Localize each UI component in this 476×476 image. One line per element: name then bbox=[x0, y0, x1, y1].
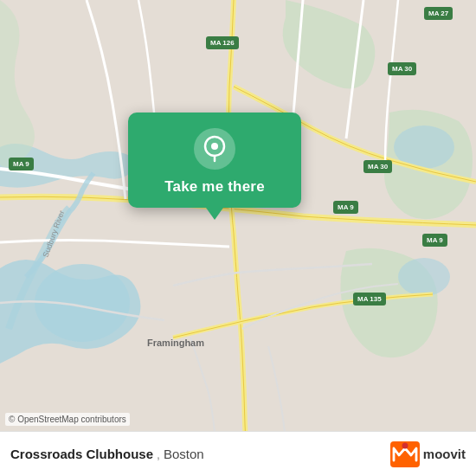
road-sign-ma135: MA 135 bbox=[353, 293, 386, 306]
svg-point-3 bbox=[398, 258, 450, 296]
map-container: Sudbury River Framingham MA 126 MA 27 MA… bbox=[0, 0, 476, 476]
svg-point-7 bbox=[211, 143, 218, 150]
place-city: Boston bbox=[164, 447, 204, 461]
road-sign-ma27: MA 27 bbox=[424, 7, 453, 20]
moovit-text: moovit bbox=[423, 447, 466, 461]
location-pin-icon bbox=[203, 135, 227, 163]
popup-label: Take me there bbox=[164, 178, 265, 196]
road-sign-ma9a: MA 9 bbox=[9, 158, 34, 170]
svg-point-9 bbox=[402, 442, 408, 448]
separator: , bbox=[157, 447, 160, 461]
road-sign-ma126: MA 126 bbox=[206, 36, 239, 49]
bottom-bar: Crossroads Clubhouse , Boston moovit bbox=[0, 431, 476, 476]
moovit-icon bbox=[390, 441, 420, 467]
road-sign-ma9b: MA 9 bbox=[333, 201, 358, 214]
moovit-logo: moovit bbox=[390, 441, 466, 467]
take-me-there-button[interactable]: Take me there bbox=[128, 113, 301, 208]
svg-text:Framingham: Framingham bbox=[147, 338, 204, 348]
road-sign-ma30a: MA 30 bbox=[388, 62, 416, 75]
map-attribution: © OpenStreetMap contributors bbox=[5, 413, 130, 426]
road-sign-ma9c: MA 9 bbox=[422, 234, 447, 247]
place-name: Crossroads Clubhouse bbox=[10, 447, 153, 461]
road-sign-ma30b: MA 30 bbox=[363, 160, 392, 173]
location-icon bbox=[194, 128, 235, 170]
